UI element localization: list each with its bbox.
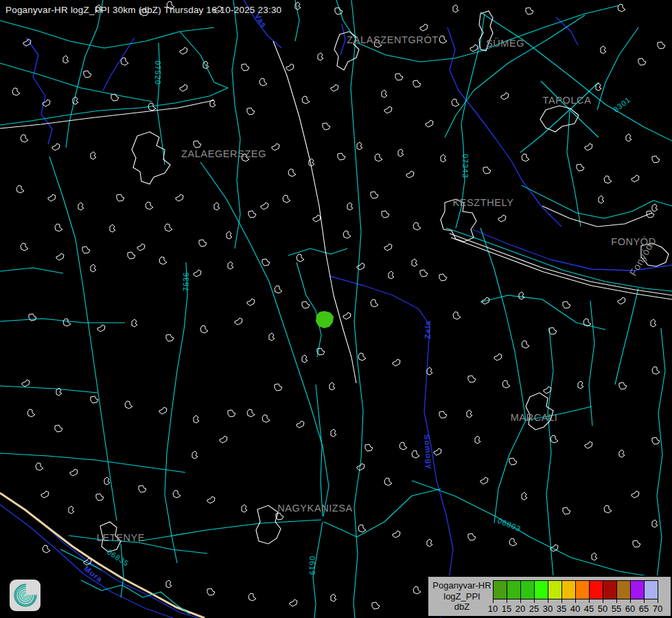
- city-label: ZALASZENTGRÓT: [347, 34, 438, 45]
- city-label: NAGYKANIZSA: [277, 503, 353, 514]
- dbz-cell: [575, 580, 590, 599]
- radar-legend: Poganyvar-HR logZ_PPI dbZ 10152025303540…: [427, 575, 672, 617]
- dbz-tick: [644, 599, 645, 603]
- dbz-cell: [603, 580, 617, 599]
- city-label: SÜMEG: [486, 38, 524, 49]
- dbz-cell: [493, 580, 507, 599]
- dbz-tick: [589, 599, 590, 603]
- road-number-label: 7536: [182, 272, 190, 291]
- dbz-tick-label: 70: [647, 604, 668, 614]
- road-number-label: 06803: [496, 516, 522, 533]
- dbz-tick: [520, 599, 521, 603]
- dbz-tick: [630, 599, 631, 603]
- road-number-label: 8301: [612, 95, 632, 114]
- legend-product: logZ_PPI: [431, 591, 493, 602]
- dbz-cell: [507, 580, 521, 599]
- map-labels: SÜMEGZALASZENTGRÓTTAPOLCAZALAEGERSZEGKES…: [0, 0, 672, 618]
- dbz-tick: [548, 599, 548, 603]
- city-label: KESZTHELY: [453, 197, 514, 208]
- dbz-tick: [561, 599, 562, 603]
- dbz-cell: [548, 580, 562, 599]
- dbz-tick: [658, 599, 658, 603]
- city-label: TAPOLCA: [543, 95, 592, 106]
- road-number-label: 06835: [106, 547, 130, 567]
- water-label: Somogy: [423, 434, 434, 470]
- dbz-cell: [644, 580, 658, 599]
- water-label: Zala: [424, 320, 432, 339]
- dbz-cell: [589, 580, 603, 599]
- dbz-tick: [507, 599, 507, 603]
- dbz-cell: [630, 580, 645, 599]
- dbz-colorbar: 10152025303540455055606570: [493, 580, 670, 615]
- radar-screen: Poganyvar-HR logZ_PPI 30km (dbZ) Thursda…: [0, 0, 672, 618]
- dbz-tick: [616, 599, 617, 603]
- city-label: MARCALI: [511, 412, 558, 423]
- dbz-tick: [493, 599, 494, 603]
- water-label: Mura: [82, 564, 104, 584]
- dbz-cell: [520, 580, 535, 599]
- legend-station: Poganyvar-HR: [431, 580, 493, 591]
- dbz-cell: [534, 580, 548, 599]
- road-number-label: 07520: [154, 60, 162, 85]
- road-number-label: 0619: [308, 556, 316, 575]
- city-label: LETENYE: [97, 532, 145, 543]
- radar-title: Poganyvar-HR logZ_PPI 30km (dbZ) Thursda…: [5, 5, 281, 15]
- road-number-label: 07343: [461, 154, 470, 179]
- city-label: ZALAEGERSZEG: [181, 148, 266, 159]
- dbz-tick: [534, 599, 535, 603]
- dbz-tick: [575, 599, 576, 603]
- dbz-cell: [561, 580, 576, 599]
- dbz-cell: [616, 580, 631, 599]
- dbz-tick: [603, 599, 603, 603]
- met-logo: [10, 580, 40, 611]
- spiral-icon: [12, 582, 38, 608]
